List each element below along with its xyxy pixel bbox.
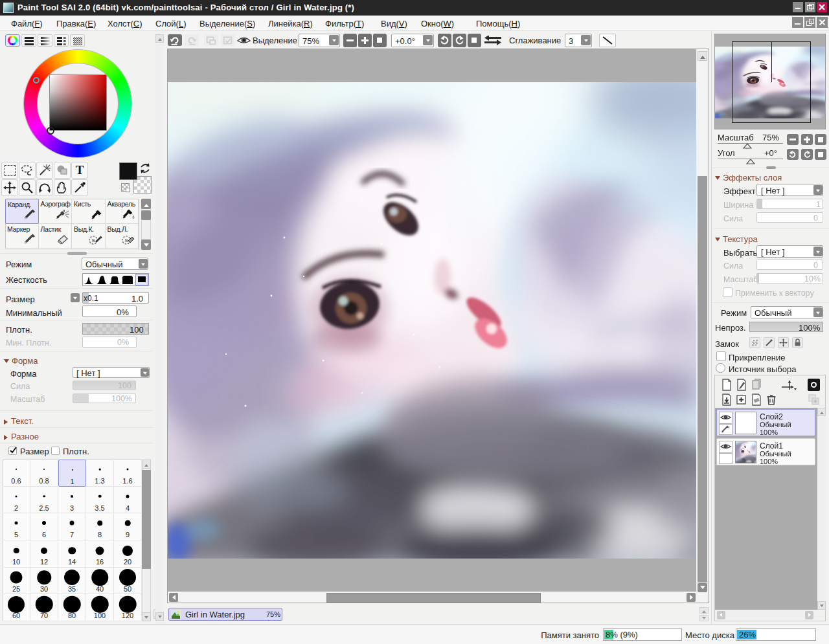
svg-text:S: S [125, 238, 128, 243]
svg-text:S: S [91, 238, 95, 243]
